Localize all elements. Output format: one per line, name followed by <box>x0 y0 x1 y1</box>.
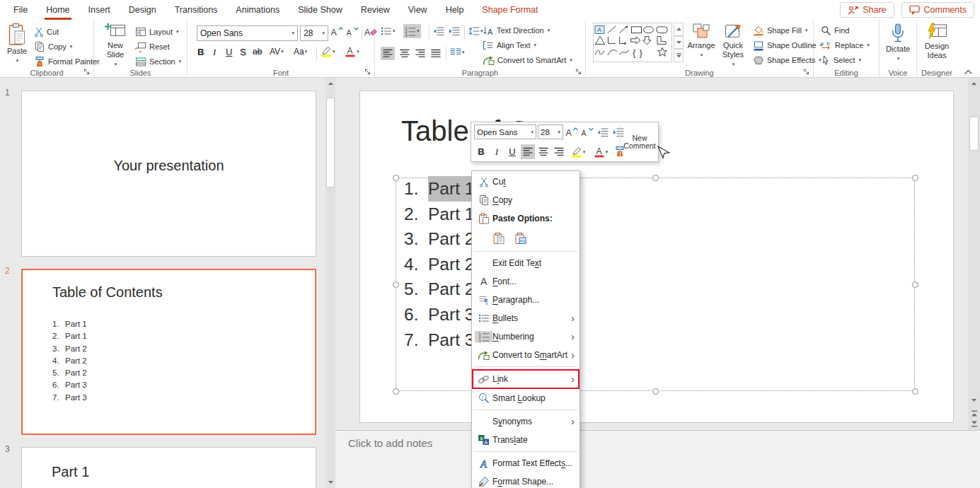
menu-item-smart-lookup[interactable]: iSmart Lookup <box>472 389 580 407</box>
justify-button[interactable] <box>429 47 443 60</box>
resize-handle[interactable] <box>393 281 399 288</box>
decrease-indent-button[interactable] <box>433 26 444 36</box>
new-slide-button[interactable]: New Slide▾ <box>100 23 131 69</box>
bold-button[interactable]: B <box>474 144 488 159</box>
character-spacing-button[interactable]: AV▾ <box>270 47 284 57</box>
increase-indent-button[interactable] <box>449 26 460 36</box>
new-comment-button[interactable]: New Comment <box>622 124 657 159</box>
font-size-combo[interactable]: 28▾ <box>300 25 328 41</box>
italic-button[interactable]: I <box>213 47 216 58</box>
resize-handle[interactable] <box>652 388 659 395</box>
text-shadow-button[interactable]: S <box>240 47 246 57</box>
highlight-color-button[interactable]: ▾ <box>567 144 589 159</box>
menu-item-format-text-effects[interactable]: AFormat Text Effects... <box>472 454 580 472</box>
line-spacing-button[interactable]: ▾ <box>468 26 483 36</box>
tab-view[interactable]: View <box>399 0 437 20</box>
scroll-up-button[interactable] <box>325 78 335 89</box>
align-text-button[interactable]: Align Text▾ <box>483 39 536 52</box>
resize-handle[interactable] <box>393 175 399 181</box>
copy-button[interactable]: Copy▾ <box>34 40 72 53</box>
tab-transitions[interactable]: Transitions <box>166 0 227 20</box>
columns-button[interactable]: ▾ <box>450 47 465 57</box>
paste-button[interactable]: Paste▾ <box>4 23 30 65</box>
thumbnail-scrollbar[interactable] <box>325 78 335 488</box>
tab-home[interactable]: Home <box>37 0 79 20</box>
menu-item-format-shape[interactable]: Format Shape... <box>472 472 580 488</box>
menu-item-exit-edit-text[interactable]: Exit Edit Text <box>472 254 580 272</box>
scroll-down-button[interactable] <box>968 395 980 406</box>
resize-handle[interactable] <box>912 388 918 395</box>
gallery-scroll-up-button[interactable] <box>674 23 684 36</box>
align-right-button[interactable] <box>413 47 427 60</box>
section-button[interactable]: Section▾ <box>135 55 181 68</box>
shape-fill-button[interactable]: Shape Fill▾ <box>753 24 807 37</box>
tab-help[interactable]: Help <box>437 0 473 20</box>
menu-item-numbering[interactable]: 123Numbering› <box>472 327 580 346</box>
next-slide-button[interactable] <box>968 419 980 430</box>
shrink-font-button[interactable]: A <box>346 26 359 37</box>
shape-effects-button[interactable]: Shape Effects▾ <box>753 54 822 66</box>
text-direction-button[interactable]: AText Direction▾ <box>483 24 550 37</box>
shrink-font-button[interactable]: A <box>580 124 594 139</box>
scrollbar-thumb[interactable] <box>969 117 979 151</box>
paste-keep-formatting-icon[interactable] <box>492 232 505 245</box>
scrollbar-thumb[interactable] <box>326 98 335 187</box>
menu-item-synonyms[interactable]: Synonyms› <box>472 412 580 431</box>
resize-handle[interactable] <box>912 281 918 288</box>
menu-item-cut[interactable]: Cut <box>472 173 580 191</box>
slide-list-item[interactable]: 7.Part 3 <box>404 327 474 353</box>
resize-handle[interactable] <box>912 175 918 181</box>
menu-item-bullets[interactable]: Bullets› <box>472 309 580 327</box>
tab-file[interactable]: File <box>4 0 37 20</box>
paste-picture-icon[interactable] <box>514 232 527 245</box>
numbering-button[interactable]: 123▾ <box>403 24 421 38</box>
align-right-button[interactable] <box>552 144 566 159</box>
design-ideas-button[interactable]: Design Ideas <box>921 23 952 60</box>
menu-item-link[interactable]: Link› <box>472 369 580 389</box>
slide-list-item[interactable]: 4.Part 2 <box>404 252 474 277</box>
mini-font-size-combo[interactable]: 28▾ <box>538 124 563 139</box>
highlight-color-button[interactable]: ▾ <box>321 45 335 57</box>
font-color-button[interactable]: A▾ <box>345 45 359 57</box>
menu-item-convert-to-smartart[interactable]: Convert to SmartArt› <box>472 346 580 364</box>
bold-button[interactable]: B <box>197 47 204 57</box>
italic-button[interactable]: I <box>490 144 504 159</box>
slide-thumbnail-3[interactable]: Part 1 <box>21 447 316 488</box>
align-center-button[interactable] <box>398 47 412 60</box>
notes-pane[interactable]: Click to add notes <box>335 430 980 488</box>
replace-button[interactable]: abReplace▾ <box>821 39 870 52</box>
tab-shape-format[interactable]: Shape Format <box>473 0 547 20</box>
tab-insert[interactable]: Insert <box>79 0 120 20</box>
dialog-launcher-icon[interactable] <box>83 69 90 75</box>
slide-scrollbar[interactable] <box>968 78 980 430</box>
layout-button[interactable]: Layout▾ <box>135 25 179 38</box>
decrease-indent-button[interactable] <box>596 124 610 139</box>
dialog-launcher-icon[interactable] <box>803 69 809 75</box>
slide-list-item[interactable]: 1.Part 1 <box>404 176 474 202</box>
dialog-launcher-icon[interactable] <box>364 69 371 75</box>
font-color-button[interactable]: A▾ <box>590 144 611 159</box>
previous-slide-button[interactable] <box>968 407 980 419</box>
menu-item-translate[interactable]: aATranslate <box>472 431 580 449</box>
share-button[interactable]: Share <box>840 2 894 18</box>
font-name-combo[interactable]: Open Sans▾ <box>197 25 298 41</box>
bullets-button[interactable]: ▾ <box>381 25 396 37</box>
slide-list[interactable]: 1.Part 12.Part 13.Part 24.Part 25.Part 2… <box>404 176 474 352</box>
underline-button[interactable]: U <box>505 144 519 159</box>
scroll-down-button[interactable] <box>325 477 335 488</box>
align-left-button[interactable] <box>521 144 535 159</box>
gallery-more-button[interactable] <box>674 49 684 62</box>
menu-item-font[interactable]: AFont... <box>472 272 580 291</box>
reset-button[interactable]: Reset <box>135 40 170 53</box>
slide-list-item[interactable]: 6.Part 3 <box>404 302 474 327</box>
slide-list-item[interactable]: 2.Part 1 <box>404 202 474 227</box>
grow-font-button[interactable]: A <box>330 26 343 37</box>
align-center-button[interactable] <box>536 144 550 159</box>
collapse-ribbon-button[interactable] <box>964 69 973 75</box>
quick-styles-button[interactable]: Quick Styles▾ <box>717 23 749 69</box>
shapes-gallery[interactable]: A{} <box>593 23 672 62</box>
slide-list-item[interactable]: 5.Part 2 <box>404 277 474 302</box>
convert-to-smartart-button[interactable]: Convert to SmartArt▾ <box>483 54 572 66</box>
find-button[interactable]: Find <box>821 24 849 37</box>
resize-handle[interactable] <box>393 388 399 395</box>
